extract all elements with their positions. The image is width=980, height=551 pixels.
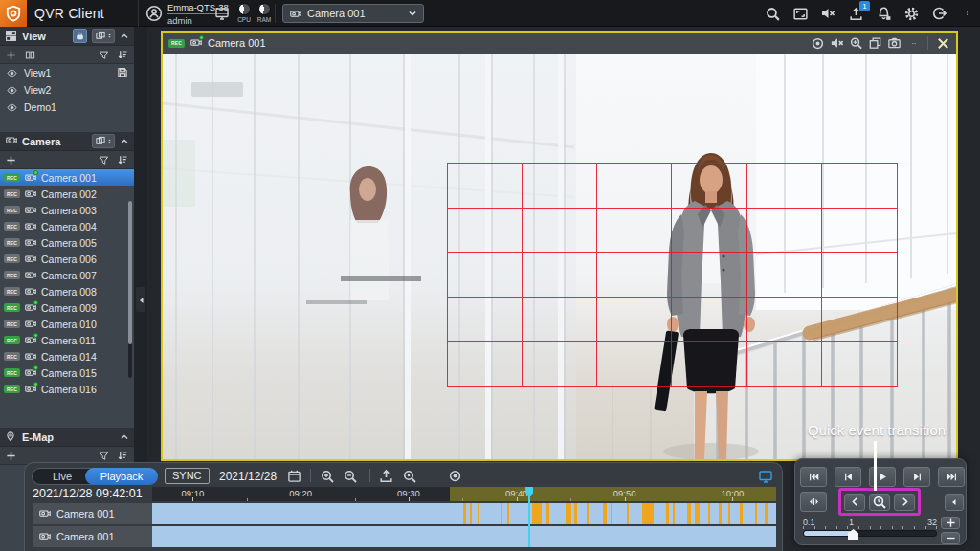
- speaker-mute-icon[interactable]: [830, 36, 844, 51]
- swap-window-icon[interactable]: [868, 36, 882, 51]
- display-select-icon[interactable]: [791, 4, 810, 23]
- camera-select-dropdown[interactable]: Camera 001: [282, 4, 424, 23]
- timeline-area[interactable]: 09:1009:2009:3009:4009:5010:00: [152, 487, 776, 547]
- sort-icon[interactable]: [117, 49, 128, 60]
- timeline-zoom-in-icon[interactable]: [318, 467, 336, 485]
- snapshot-icon[interactable]: [887, 36, 902, 51]
- view-item[interactable]: Demo1: [0, 99, 134, 116]
- video-window[interactable]: REC Camera 001: [161, 31, 958, 461]
- next-event-button[interactable]: [894, 494, 915, 511]
- view-panel-header[interactable]: View: [0, 27, 134, 46]
- camera-list-item[interactable]: REC Camera 014: [0, 348, 134, 364]
- sync-button[interactable]: SYNC: [165, 468, 210, 484]
- event-mark: [546, 503, 549, 524]
- pan-timeline-button[interactable]: [800, 492, 827, 512]
- calendar-icon[interactable]: [285, 467, 303, 485]
- view-item[interactable]: View1: [0, 64, 134, 81]
- previous-event-button[interactable]: [844, 494, 865, 511]
- camera-list-item[interactable]: REC Camera 003: [0, 202, 134, 218]
- camera-icon: [289, 9, 301, 19]
- collapse-view-icon[interactable]: [120, 32, 129, 41]
- timeline-zoom-out-icon[interactable]: [341, 467, 359, 485]
- skip-to-start-button[interactable]: [800, 467, 827, 487]
- export-icon[interactable]: [377, 467, 395, 485]
- filter-icon[interactable]: [99, 155, 109, 165]
- video-titlebar[interactable]: REC Camera 001: [163, 33, 956, 54]
- display-output-icon[interactable]: [756, 467, 774, 485]
- collapse-controls-button[interactable]: [945, 494, 964, 511]
- ruler-tick-major: [517, 497, 518, 501]
- camera-panel-header[interactable]: Camera: [0, 132, 134, 151]
- view-lock-button[interactable]: [73, 29, 87, 43]
- camera-icon: [24, 351, 37, 363]
- ruler-tick-minor: [462, 498, 463, 501]
- camera-layout-button[interactable]: [92, 134, 115, 148]
- camera-list-item[interactable]: REC Camera 002: [0, 186, 134, 202]
- camera-list-item[interactable]: REC Camera 008: [0, 283, 134, 299]
- more-options-icon[interactable]: [906, 36, 921, 51]
- more-vertical-icon[interactable]: [957, 4, 976, 23]
- settings-gear-icon[interactable]: [902, 4, 921, 23]
- record-icon[interactable]: [811, 36, 825, 51]
- emap-panel-header[interactable]: E-Map: [0, 428, 134, 447]
- record-icon[interactable]: [446, 467, 464, 485]
- camera-list-item[interactable]: REC Camera 016: [0, 381, 134, 397]
- event-search-button[interactable]: [869, 494, 890, 511]
- timeline-track-camera1[interactable]: [152, 503, 776, 524]
- camera-list-item[interactable]: REC Camera 006: [0, 251, 134, 267]
- close-icon[interactable]: [935, 35, 950, 51]
- camera-list-item[interactable]: REC Camera 010: [0, 316, 134, 332]
- skip-to-end-button[interactable]: [938, 467, 965, 487]
- scrollbar-thumb[interactable]: [128, 201, 132, 344]
- layout-grid-icon[interactable]: [735, 4, 754, 23]
- search-icon[interactable]: [763, 4, 782, 23]
- alarm-bell-icon[interactable]: [874, 4, 893, 23]
- camera-item-label: Camera 002: [41, 188, 97, 200]
- next-frame-button[interactable]: [903, 467, 930, 487]
- smart-search-icon[interactable]: [400, 467, 418, 485]
- sort-icon[interactable]: [117, 154, 128, 165]
- sidebar-collapse-handle[interactable]: [136, 287, 145, 312]
- grid-cell: [448, 342, 523, 386]
- speed-increase-button[interactable]: [941, 517, 960, 529]
- previous-frame-button[interactable]: [835, 467, 861, 487]
- view-mode-icon[interactable]: [24, 50, 36, 60]
- add-camera-icon[interactable]: [6, 155, 16, 165]
- collapse-emap-icon[interactable]: [120, 432, 129, 442]
- camera-list-item[interactable]: REC Camera 015: [0, 364, 134, 381]
- save-icon[interactable]: [117, 67, 128, 78]
- event-mark: [566, 503, 571, 524]
- camera-list-item[interactable]: REC Camera 007: [0, 267, 134, 283]
- live-tab[interactable]: Live: [33, 469, 92, 484]
- sign-out-icon[interactable]: [929, 4, 948, 23]
- playback-tab[interactable]: Playback: [85, 468, 158, 485]
- add-view-icon[interactable]: [6, 50, 16, 60]
- notification-badge: 1: [859, 1, 870, 11]
- timeline-track-camera2[interactable]: [152, 526, 776, 547]
- collapse-camera-icon[interactable]: [120, 137, 129, 146]
- speed-slider[interactable]: [803, 530, 937, 537]
- qvr-logo-icon[interactable]: [0, 0, 27, 27]
- speaker-mute-icon[interactable]: [818, 4, 837, 23]
- grid-cell: [672, 164, 746, 209]
- local-display-icon[interactable]: [214, 6, 231, 22]
- camera-list-item[interactable]: REC Camera 004: [0, 218, 134, 234]
- camera-list: REC Camera 001REC Camera 002REC Camera 0…: [0, 169, 134, 397]
- camera-scrollbar[interactable]: [128, 201, 132, 378]
- camera-list-item[interactable]: REC Camera 001: [0, 169, 134, 186]
- event-mark: [708, 503, 710, 524]
- bookmark-add-icon[interactable]: [423, 467, 441, 485]
- timeline-ruler[interactable]: 09:1009:2009:3009:4009:5010:00: [152, 487, 776, 501]
- sort-icon[interactable]: [117, 450, 128, 461]
- digital-zoom-icon[interactable]: [849, 36, 863, 51]
- camera-list-item[interactable]: REC Camera 009: [0, 299, 134, 316]
- camera-list-item[interactable]: REC Camera 011: [0, 332, 134, 348]
- export-tray-icon[interactable]: 1: [846, 4, 865, 23]
- filter-icon[interactable]: [99, 50, 109, 60]
- camera-list-item[interactable]: REC Camera 005: [0, 234, 134, 251]
- filter-icon[interactable]: [99, 451, 109, 461]
- add-emap-icon[interactable]: [6, 451, 16, 461]
- view-layout-button[interactable]: [92, 29, 115, 43]
- speed-decrease-button[interactable]: [941, 532, 960, 544]
- view-item[interactable]: View2: [0, 81, 134, 99]
